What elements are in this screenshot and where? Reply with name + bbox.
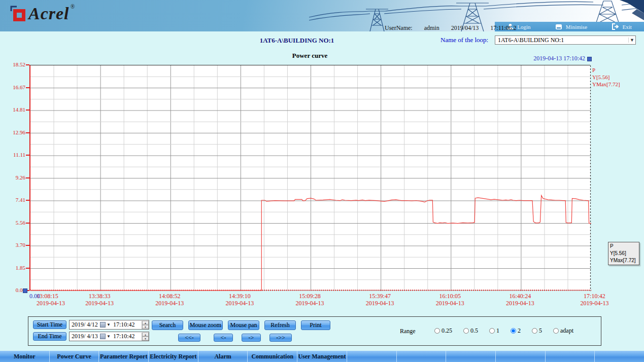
x-tick-label: 15:09:282019-04-13	[296, 293, 324, 307]
menu-item-label: Communication	[251, 353, 293, 360]
y-tick-mark	[26, 155, 29, 156]
spinner-down-icon[interactable]: ▼	[142, 337, 149, 341]
range-radio-0.25[interactable]	[434, 328, 440, 334]
range-option-adapt[interactable]: adapt	[553, 327, 573, 335]
y-tick-mark	[26, 132, 29, 133]
series-y-label: Y[5.56]	[592, 74, 620, 81]
menu-item-label: Parameter Report	[100, 353, 147, 360]
y-tick-label: 3.70	[16, 242, 25, 248]
start-time-spinner[interactable]: ▲▼	[142, 321, 149, 329]
range-option-5[interactable]: 5	[532, 327, 542, 335]
menu-item-label: Alarm	[214, 353, 231, 360]
x-tick-label: 15:39:472019-04-13	[366, 293, 394, 307]
end-date-value[interactable]: 2019/ 4/13	[70, 333, 100, 340]
start-datetime-field[interactable]: 2019/ 4/12 ▼ 17:10:42 ▲▼	[69, 320, 149, 330]
range-option-label: 0.5	[470, 327, 478, 335]
chart-title: Power curve	[29, 52, 590, 60]
x-tick-label: 16:10:052019-04-13	[436, 293, 464, 307]
range-label: Range	[400, 328, 416, 335]
y-tick-mark	[26, 223, 29, 224]
system-date: 2019/04/13	[451, 24, 479, 31]
bottom-menu-bar: MonitorPower CurveParameter ReportElectr…	[0, 351, 644, 362]
pan-right-button[interactable]: ->	[242, 334, 261, 342]
cursor-timestamp: 2019-04-13 17:10:42	[518, 55, 585, 62]
start-time-value[interactable]: 17:10:42	[113, 321, 140, 329]
spinner-up-icon[interactable]: ▲	[142, 333, 149, 337]
button-refresh[interactable]: Refresh	[264, 320, 296, 330]
start-date-value[interactable]: 2019/ 4/12	[70, 321, 100, 329]
x-tick-date: 2019-04-13	[580, 300, 608, 307]
calendar-icon[interactable]	[100, 334, 106, 339]
end-time-button[interactable]: End Time	[33, 332, 66, 341]
y-tick-mark	[26, 87, 29, 88]
pan-fast-left-button[interactable]: <<-	[178, 334, 200, 342]
button-mouse-zoom[interactable]: Mouse zoom	[188, 320, 223, 330]
range-radio-1[interactable]	[489, 328, 495, 334]
power-curve-canvas	[30, 65, 591, 291]
range-option-label: 0.25	[442, 327, 452, 335]
x-tick-time: 13:08:15	[37, 293, 65, 300]
y-tick-mark	[26, 177, 29, 178]
range-option-0.25[interactable]: 0.25	[434, 327, 452, 335]
menu-item-empty	[396, 351, 446, 362]
cursor-handle-top[interactable]	[587, 57, 592, 61]
end-time-spinner[interactable]: ▲▼	[142, 333, 149, 341]
x-tick-date: 2019-04-13	[85, 300, 114, 307]
end-datetime-field[interactable]: 2019/ 4/13 ▼ 17:10:42 ▲▼	[69, 332, 149, 341]
range-option-0.5[interactable]: 0.5	[463, 327, 478, 335]
x-tick-time: 14:39:10	[225, 293, 254, 300]
button-search[interactable]: Search	[152, 320, 183, 330]
range-option-1[interactable]: 1	[489, 327, 499, 335]
calendar-dropdown-icon[interactable]: ▼	[107, 322, 111, 327]
y-tick-label: 14.81	[13, 106, 25, 113]
range-option-2[interactable]: 2	[511, 327, 521, 335]
range-radio-0.5[interactable]	[463, 328, 469, 334]
button-mouse-pan[interactable]: Mouse pan	[228, 320, 259, 330]
acrel-logo-icon	[8, 4, 28, 25]
calendar-icon[interactable]	[100, 322, 106, 328]
menu-item-communication[interactable]: Communication	[247, 351, 297, 362]
header: Acrel ® UserName: admin 2019/04/13 17:11…	[0, 0, 644, 31]
menu-item-monitor[interactable]: Monitor	[0, 351, 49, 362]
x-tick-date: 2019-04-13	[225, 300, 254, 307]
range-radio-group: 0.250.5125adapt	[434, 327, 573, 335]
range-option-label: 1	[496, 327, 499, 335]
x-tick-label: 17:10:422019-04-13	[580, 293, 608, 307]
menu-item-empty	[347, 351, 396, 362]
x-tick-label: 14:08:522019-04-13	[155, 293, 184, 307]
y-tick-label: 1.85	[16, 265, 25, 271]
range-radio-5[interactable]	[532, 328, 537, 334]
y-tick-label: 9.26	[16, 174, 25, 180]
x-tick-time: 16:10:05	[436, 293, 464, 300]
start-time-button[interactable]: Start Time	[33, 320, 66, 329]
y-tick-label: 7.41	[16, 197, 25, 203]
button-print[interactable]: Print	[301, 320, 330, 330]
username-value: admin	[424, 24, 439, 31]
menu-item-electricity-report[interactable]: Electricity Report	[148, 351, 198, 362]
spinner-up-icon[interactable]: ▲	[142, 321, 149, 325]
x-axis-labels: 13:08:152019-04-1313:38:332019-04-1314:0…	[29, 293, 590, 308]
end-time-value[interactable]: 17:10:42	[113, 333, 140, 340]
y-tick-label: 5.56	[16, 220, 25, 226]
x-tick-time: 15:39:47	[366, 293, 394, 300]
cursor-handle-bottom[interactable]	[23, 288, 27, 293]
menu-item-label: User Management	[298, 353, 346, 360]
menu-item-power-curve[interactable]: Power Curve	[49, 351, 99, 362]
range-radio-adapt[interactable]	[553, 328, 559, 334]
tooltip-y: Y[5.56]	[610, 250, 637, 257]
tooltip-ymax: YMax[7.72]	[610, 257, 637, 264]
chart-plot-area[interactable]	[29, 65, 590, 291]
pan-left-button[interactable]: <-	[214, 334, 233, 342]
menu-item-user-management[interactable]: User Management	[297, 351, 347, 362]
pan-fast-right-button[interactable]: ->>	[269, 334, 292, 342]
range-radio-2[interactable]	[511, 328, 516, 334]
menu-item-parameter-report[interactable]: Parameter Report	[98, 351, 148, 362]
calendar-dropdown-icon[interactable]: ▼	[107, 334, 111, 339]
range-option-label: adapt	[560, 327, 573, 335]
menu-item-alarm[interactable]: Alarm	[198, 351, 248, 362]
x-tick-time: 15:09:28	[296, 293, 324, 300]
username-label: UserName:	[385, 24, 413, 31]
minimise-button[interactable]: Minimise	[555, 24, 587, 30]
exit-button[interactable]: Exit	[612, 23, 631, 30]
spinner-down-icon[interactable]: ▼	[142, 325, 149, 329]
